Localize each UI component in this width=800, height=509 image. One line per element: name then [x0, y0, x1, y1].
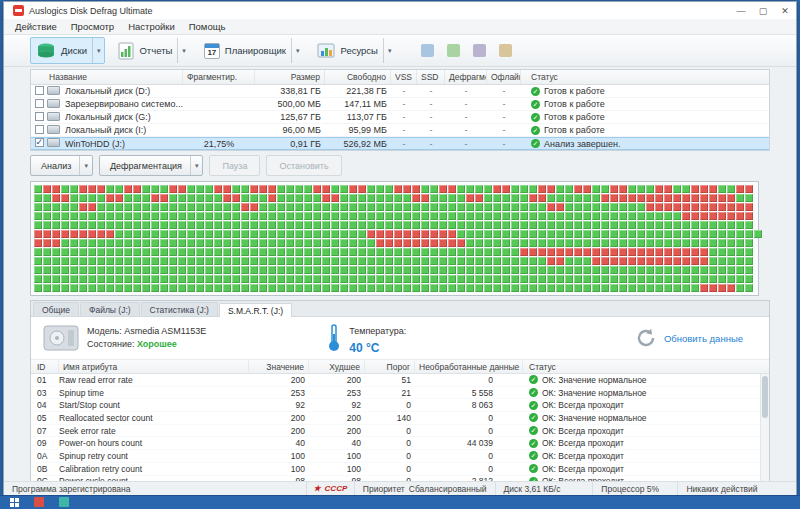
map-cell: [160, 284, 168, 292]
disk-checkbox[interactable]: [35, 112, 44, 121]
defrag-button[interactable]: Дефрагментация: [99, 155, 204, 176]
column-header-defrag[interactable]: Дефрагмент...: [445, 70, 487, 84]
map-cell: [484, 185, 492, 193]
map-cell: [133, 230, 141, 238]
column-header-worst[interactable]: Худшее: [309, 360, 365, 373]
map-cell: [538, 212, 546, 220]
disk-vss: -: [391, 99, 417, 109]
column-header-threshold[interactable]: Порог: [365, 360, 415, 373]
start-button[interactable]: [3, 496, 25, 508]
column-header-attribute[interactable]: Имя атрибута: [59, 360, 249, 373]
map-cell: [403, 230, 411, 238]
smart-row[interactable]: 01 Raw read error rate 200 200 51 0 ОК: …: [31, 374, 769, 387]
scrollbar-thumb[interactable]: [762, 376, 768, 418]
tools-button[interactable]: [469, 41, 489, 61]
column-header-fragmentation[interactable]: Фрагментир.: [183, 70, 255, 84]
table-row[interactable]: Зарезервировано системо... 500,00 МБ 147…: [31, 98, 769, 111]
menu-item[interactable]: Просмотр: [64, 21, 121, 32]
menu-item[interactable]: Действие: [8, 21, 64, 32]
chevron-down-icon[interactable]: [190, 156, 203, 175]
table-row[interactable]: Локальный диск (I:) 96,00 МБ 95,99 МБ - …: [31, 124, 769, 137]
scrollbar[interactable]: [760, 374, 769, 481]
system-button[interactable]: [495, 41, 515, 61]
chevron-down-icon[interactable]: [92, 38, 105, 63]
column-header-ssd[interactable]: SSD: [417, 70, 445, 84]
menu-item[interactable]: Настройки: [121, 21, 182, 32]
map-cell: [691, 203, 699, 211]
column-header-name[interactable]: Название: [31, 70, 183, 84]
disk-offline-flag: -: [487, 112, 521, 122]
map-cell: [205, 194, 213, 202]
map-cell: [133, 203, 141, 211]
column-header-smart-status[interactable]: Статус: [523, 360, 769, 373]
close-button[interactable]: ✕: [774, 3, 796, 18]
chevron-down-icon[interactable]: [383, 38, 396, 63]
taskbar-app-2[interactable]: [53, 496, 75, 508]
column-header-value[interactable]: Значение: [249, 360, 309, 373]
map-cell: [448, 194, 456, 202]
scheduler-button[interactable]: 17 Планировщик: [198, 37, 305, 64]
disk-checkbox[interactable]: [35, 125, 44, 134]
taskbar-app-1[interactable]: [28, 496, 50, 508]
map-cell: [70, 185, 78, 193]
smart-row[interactable]: 03 Spinup time 253 253 21 5 558 ОК: Знач…: [31, 387, 769, 400]
map-cell: [277, 266, 285, 274]
disk-checkbox[interactable]: [35, 99, 44, 108]
map-cell: [655, 284, 663, 292]
chevron-down-icon[interactable]: [291, 38, 304, 63]
details-tab[interactable]: S.M.A.R.T. (J:): [219, 303, 292, 317]
smart-row[interactable]: 04 Start/Stop count 92 92 0 8 063 ОК: Вс…: [31, 399, 769, 412]
smart-row[interactable]: 0C Power cycle count 98 98 0 2 812 ОК: В…: [31, 476, 769, 482]
maximize-button[interactable]: ▢: [752, 3, 774, 18]
column-header-size[interactable]: Размер: [255, 70, 325, 84]
map-cell: [682, 266, 690, 274]
column-header-id[interactable]: ID: [31, 360, 59, 373]
map-cell: [151, 275, 159, 283]
map-cell: [133, 257, 141, 265]
map-cell: [700, 230, 708, 238]
map-cell: [277, 194, 285, 202]
stop-button[interactable]: Остановить: [266, 155, 341, 176]
priority-selector[interactable]: Приоритет Сбалансированный: [355, 482, 496, 495]
details-tab[interactable]: Статистика (J:): [141, 302, 218, 316]
table-row[interactable]: WinToHDD (J:) 21,75% 0,91 ГБ 526,92 МБ -…: [31, 137, 769, 150]
chevron-down-icon[interactable]: [79, 156, 92, 175]
column-header-vss[interactable]: VSS: [391, 70, 417, 84]
details-tab[interactable]: Файлы (J:): [80, 302, 140, 316]
disk-checkbox[interactable]: [35, 138, 44, 147]
chevron-down-icon[interactable]: [177, 38, 190, 63]
map-cell: [313, 185, 321, 193]
column-header-free[interactable]: Свободно: [325, 70, 391, 84]
smart-row[interactable]: 05 Reallocated sector count 200 200 140 …: [31, 412, 769, 425]
smart-row[interactable]: 0A Spinup retry count 100 100 0 0 ОК: Вс…: [31, 450, 769, 463]
menu-item[interactable]: Помощь: [182, 21, 233, 32]
column-header-raw[interactable]: Необработанные данные: [415, 360, 523, 373]
smart-row[interactable]: 09 Power-on hours count 40 40 0 44 039 О…: [31, 437, 769, 450]
boost-button[interactable]: [417, 41, 437, 61]
map-cell: [340, 275, 348, 283]
map-cell: [394, 248, 402, 256]
notes-button[interactable]: [443, 41, 463, 61]
table-row[interactable]: Локальный диск (D:) 338,81 ГБ 221,38 ГБ …: [31, 85, 769, 98]
map-cell: [70, 284, 78, 292]
resources-button[interactable]: Ресурсы: [311, 37, 396, 64]
table-row[interactable]: Локальный диск (G:) 125,67 ГБ 113,07 ГБ …: [31, 111, 769, 124]
minimize-button[interactable]: —: [730, 3, 752, 18]
map-cell: [295, 266, 303, 274]
map-cell: [475, 266, 483, 274]
reports-button[interactable]: Отчеты: [112, 37, 190, 64]
map-cell: [340, 266, 348, 274]
disks-button[interactable]: Диски: [30, 37, 105, 64]
column-header-status[interactable]: Статус: [521, 70, 769, 84]
smart-row[interactable]: 07 Seek error rate 200 200 0 0 ОК: Всегд…: [31, 425, 769, 438]
pause-button[interactable]: Пауза: [209, 155, 260, 176]
disks-button-label: Диски: [61, 45, 87, 56]
map-cell: [214, 212, 222, 220]
smart-row[interactable]: 0B Calibration retry count 100 100 0 0 О…: [31, 463, 769, 476]
disk-checkbox[interactable]: [35, 86, 44, 95]
analyze-button[interactable]: Анализ: [30, 155, 93, 176]
title-bar[interactable]: Auslogics Disk Defrag Ultimate — ▢ ✕: [4, 2, 796, 19]
column-header-offline[interactable]: Офлайн де...: [487, 70, 521, 84]
details-tab[interactable]: Общие: [33, 302, 79, 316]
refresh-data-button[interactable]: Обновить данные: [635, 327, 743, 349]
